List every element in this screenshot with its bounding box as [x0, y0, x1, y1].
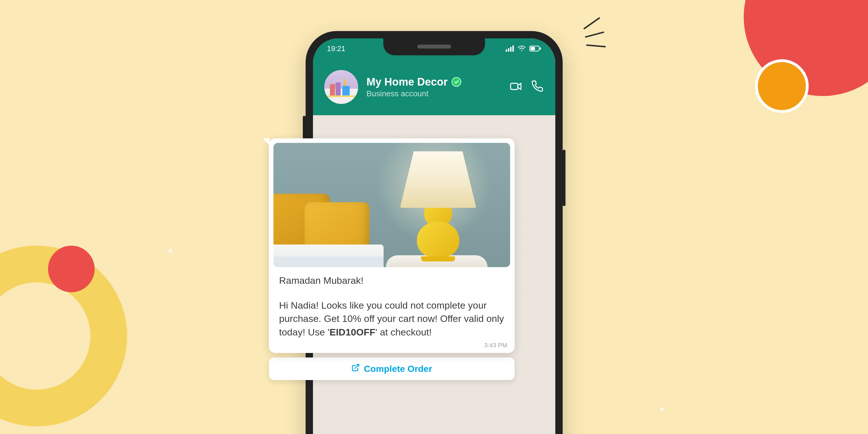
- decoration-sparkle-icon: ✦: [658, 404, 666, 414]
- voice-call-button[interactable]: [532, 80, 544, 94]
- video-call-button[interactable]: [509, 80, 522, 94]
- decoration-sparkle-icon: ✦: [167, 246, 174, 256]
- illustration-stage: ✦ ✦ 19:21: [0, 0, 868, 434]
- message-promo-code: EID10OFF: [329, 327, 375, 337]
- message-body-suffix: ' at checkout!: [375, 327, 432, 337]
- phone-notch: [383, 38, 485, 55]
- svg-rect-1: [508, 48, 509, 52]
- decoration-orange-circle: [755, 59, 809, 113]
- svg-rect-7: [540, 48, 541, 50]
- svg-rect-8: [510, 83, 518, 90]
- decoration-red-circle-small: [48, 246, 95, 292]
- verified-badge-icon: [452, 77, 461, 87]
- svg-line-9: [355, 365, 359, 369]
- status-time: 19:21: [327, 44, 345, 53]
- svg-rect-6: [530, 47, 535, 50]
- chat-title: My Home Decor: [367, 76, 448, 88]
- message-image[interactable]: [273, 143, 510, 267]
- decoration-spark-lines: [576, 17, 610, 51]
- svg-rect-3: [513, 45, 514, 52]
- chat-subtitle: Business account: [367, 89, 501, 98]
- svg-rect-0: [506, 50, 507, 52]
- complete-order-button[interactable]: Complete Order: [269, 358, 515, 380]
- svg-rect-2: [510, 47, 512, 52]
- chat-header[interactable]: My Home Decor Business account: [313, 59, 555, 115]
- svg-point-4: [521, 50, 522, 51]
- cta-label: Complete Order: [364, 364, 432, 374]
- wifi-icon: [518, 45, 526, 52]
- message-greeting: Ramadan Mubarak!: [279, 274, 504, 287]
- message-text: Ramadan Mubarak! Hi Nadia! Looks like yo…: [273, 267, 510, 339]
- message-card: Ramadan Mubarak! Hi Nadia! Looks like yo…: [269, 138, 515, 380]
- status-indicators: [506, 45, 541, 52]
- battery-icon: [529, 45, 541, 52]
- message-timestamp: 3:43 PM: [484, 342, 507, 349]
- external-link-icon: [351, 364, 360, 374]
- cellular-signal-icon: [506, 45, 514, 52]
- chat-title-block: My Home Decor Business account: [367, 76, 501, 98]
- message-bubble[interactable]: Ramadan Mubarak! Hi Nadia! Looks like yo…: [269, 138, 515, 353]
- avatar[interactable]: [324, 70, 358, 104]
